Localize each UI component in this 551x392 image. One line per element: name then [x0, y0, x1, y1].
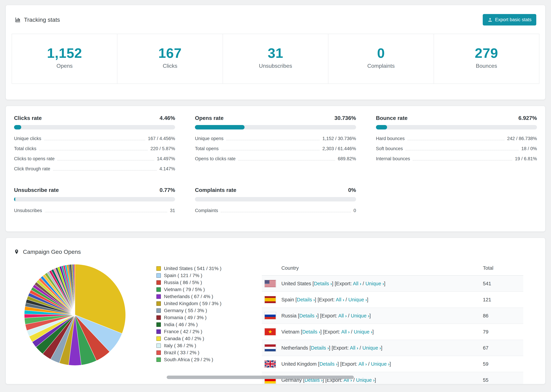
- stat-label: Complaints: [328, 63, 433, 69]
- legend-swatch: [156, 294, 161, 299]
- legend-item-germany: Germany ( 55 / 3% ): [156, 307, 221, 314]
- details-link[interactable]: Details ›: [314, 281, 332, 286]
- rate-progress-bar: [195, 125, 356, 129]
- legend-swatch: [156, 301, 161, 306]
- rate-row: Clicks to opens rate14.497%: [14, 154, 175, 164]
- legend-item-vietnam: Vietnam ( 79 / 5% ): [156, 286, 221, 293]
- chevron-right-icon: ›: [330, 281, 332, 286]
- rate-row: Opens to clicks rate689.82%: [195, 154, 356, 164]
- rate-row-value: 1,152 / 30.736%: [322, 136, 356, 141]
- legend-swatch: [156, 280, 161, 285]
- legend-swatch: [156, 350, 161, 355]
- rate-row: Click through rate4.147%: [14, 164, 175, 174]
- rate-row: Total opens2,303 / 61.446%: [195, 144, 356, 154]
- export-all-link[interactable]: All ›: [341, 329, 350, 335]
- rate-row: Unique opens1,152 / 30.736%: [195, 133, 356, 144]
- flag-icon-ru: [265, 312, 276, 319]
- details-link[interactable]: Details ›: [311, 345, 329, 351]
- export-all-link[interactable]: All ›: [350, 345, 358, 351]
- rate-row-label: Hard bounces: [376, 136, 405, 141]
- rate-progress-fill: [14, 125, 21, 129]
- legend-item-spain: Spain ( 121 / 7% ): [156, 272, 221, 279]
- rate-title: Bounce rate: [376, 115, 408, 121]
- geo-table-row-vietnam: Vietnam [Details ›] [Export: All › / Uni…: [262, 324, 523, 340]
- country-cell: Netherlands [Details ›] [Export: All › /…: [281, 345, 483, 351]
- legend-label: India ( 46 / 3% ): [164, 321, 198, 328]
- legend-item-romania: Romania ( 49 / 3% ): [156, 314, 221, 321]
- export-unique-link[interactable]: Unique ›: [365, 281, 384, 286]
- horizontal-scrollbar[interactable]: [167, 376, 354, 379]
- export-unique-link[interactable]: Unique ›: [351, 313, 369, 318]
- legend-swatch: [156, 336, 161, 341]
- chevron-right-icon: ›: [336, 362, 338, 367]
- geo-table-row-united-states: United States [Details ›] [Export: All ›…: [262, 276, 523, 292]
- rate-value: 4.46%: [160, 115, 175, 121]
- legend-item-france: France ( 42 / 2% ): [156, 328, 221, 335]
- legend-label: Germany ( 55 / 3% ): [164, 307, 207, 314]
- rate-block-head: Opens rate30.736%: [195, 115, 356, 121]
- rate-row: Hard bounces242 / 86.738%: [376, 133, 537, 144]
- rate-row-label: Soft bounces: [376, 146, 403, 151]
- legend-swatch: [156, 266, 161, 271]
- export-basic-stats-button[interactable]: Export basic stats: [483, 14, 536, 26]
- geo-table-row-spain: Spain [Details ›] [Export: All › / Uniqu…: [262, 292, 523, 308]
- stat-opens: 1,152Opens: [12, 34, 117, 84]
- rate-row-label: Unique clicks: [14, 136, 41, 141]
- tracking-stats-card: Tracking stats Export basic stats 1,152O…: [6, 5, 545, 100]
- rate-row-value: 19 / 6.81%: [515, 156, 537, 161]
- rate-rows: Unique clicks167 / 4.456%Total clicks220…: [14, 133, 175, 174]
- stat-value: 167: [117, 46, 222, 61]
- export-unique-link[interactable]: Unique ›: [362, 345, 381, 351]
- location-pin-icon: [14, 248, 19, 255]
- campaign-geo-opens-card: Campaign Geo Opens United States ( 541 /…: [6, 238, 545, 384]
- export-unique-link[interactable]: Unique ›: [354, 329, 372, 335]
- rate-block-head: Complaints rate0%: [195, 187, 356, 193]
- stat-value: 279: [434, 46, 539, 61]
- export-unique-link[interactable]: Unique ›: [356, 377, 375, 383]
- dotted-leader: [406, 150, 518, 150]
- rate-row-value: 167 / 4.456%: [148, 136, 175, 141]
- chevron-right-icon: ›: [365, 362, 367, 367]
- legend-swatch: [156, 322, 161, 327]
- details-link[interactable]: Details ›: [302, 329, 320, 335]
- export-all-link[interactable]: All ›: [353, 281, 361, 286]
- country-total: 67: [483, 345, 521, 351]
- legend-label: France ( 42 / 2% ): [164, 328, 202, 335]
- export-all-link[interactable]: All ›: [359, 361, 367, 367]
- details-link[interactable]: Details ›: [319, 361, 338, 367]
- legend-item-netherlands: Netherlands ( 67 / 4% ): [156, 293, 221, 300]
- rate-progress-fill: [376, 125, 387, 129]
- stat-label: Opens: [12, 63, 117, 69]
- rate-progress-fill: [14, 197, 15, 202]
- country-cell: Russia [Details ›] [Export: All › / Uniq…: [281, 313, 483, 319]
- rate-row: Soft bounces18 / 0%: [376, 144, 537, 154]
- pie-legend: United States ( 541 / 31% )Spain ( 121 /…: [156, 260, 221, 384]
- export-unique-link[interactable]: Unique ›: [371, 361, 390, 367]
- chevron-right-icon: ›: [319, 329, 320, 335]
- details-link[interactable]: Details ›: [299, 313, 317, 318]
- chevron-right-icon: ›: [348, 329, 350, 335]
- legend-swatch: [156, 343, 161, 348]
- export-unique-link[interactable]: Unique ›: [348, 297, 367, 302]
- export-all-link[interactable]: All ›: [338, 313, 347, 318]
- chevron-right-icon: ›: [368, 313, 369, 318]
- details-link[interactable]: Details ›: [297, 297, 315, 302]
- geo-table-body: United States [Details ›] [Export: All ›…: [262, 276, 523, 384]
- rate-block-head: Clicks rate4.46%: [14, 115, 175, 121]
- rate-value: 0%: [348, 187, 356, 193]
- chevron-right-icon: ›: [382, 281, 384, 286]
- rate-row-value: 14.497%: [157, 156, 175, 161]
- country-name: Vietnam: [281, 329, 301, 335]
- chevron-right-icon: ›: [345, 313, 347, 318]
- country-cell: Vietnam [Details ›] [Export: All › / Uni…: [281, 329, 483, 335]
- stat-complaints: 0Complaints: [328, 34, 434, 84]
- chevron-right-icon: ›: [313, 297, 315, 302]
- geo-opens-pie-chart: [14, 260, 136, 384]
- rate-row-label: Opens to clicks rate: [195, 156, 235, 161]
- country-total: 121: [483, 297, 521, 302]
- legend-item-south-africa: South Africa ( 29 / 2% ): [156, 356, 221, 363]
- country-cell: Spain [Details ›] [Export: All › / Uniqu…: [281, 297, 483, 302]
- chevron-right-icon: ›: [360, 281, 361, 286]
- export-all-link[interactable]: All ›: [336, 297, 344, 302]
- chevron-right-icon: ›: [388, 362, 390, 367]
